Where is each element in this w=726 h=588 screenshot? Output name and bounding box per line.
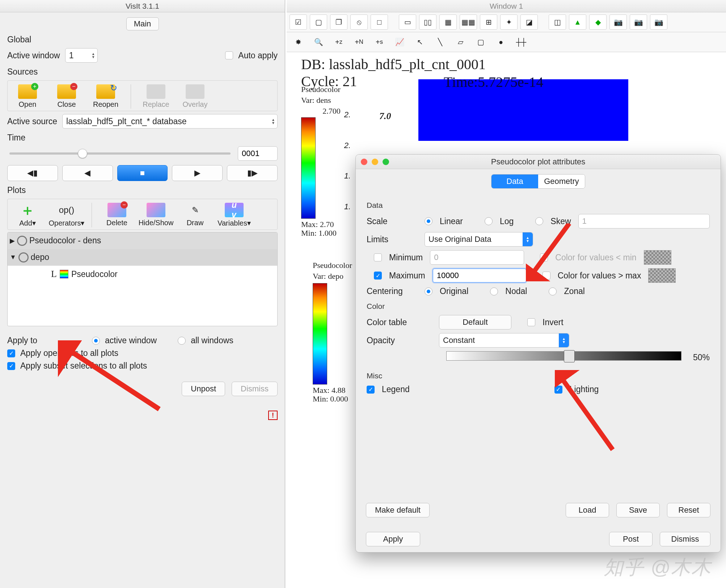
scale-skew-radio[interactable]: [535, 217, 543, 225]
tb-layout2x1-icon[interactable]: ▯▯: [419, 14, 436, 30]
color-lt-checkbox[interactable]: [540, 253, 548, 261]
legend-checkbox[interactable]: ✓: [367, 386, 375, 394]
transport-next[interactable]: ▶: [172, 165, 223, 181]
opacity-select[interactable]: Constant▲▼: [439, 333, 569, 348]
reopen-button[interactable]: ↻Reopen: [89, 84, 122, 109]
time-slider[interactable]: [9, 152, 231, 155]
tb-lineout-icon[interactable]: 📈: [391, 34, 408, 50]
tb-bbox-icon[interactable]: ◫: [549, 14, 566, 30]
expand-icon[interactable]: ▶: [10, 237, 15, 245]
variables-button[interactable]: uvVariables▾: [218, 203, 250, 227]
plot-row-depo[interactable]: ▼ depo: [8, 249, 277, 266]
tb-layout3x2-icon[interactable]: ▦▦: [460, 14, 477, 30]
apply-all-radio[interactable]: [178, 337, 186, 345]
tb-sphere-icon[interactable]: ●: [492, 34, 510, 50]
operators-button[interactable]: op()Operators▾: [50, 203, 83, 227]
tb-axis3d-icon[interactable]: ┼┼: [512, 34, 530, 50]
traffic-lights[interactable]: [361, 159, 389, 165]
apply-ops-check[interactable]: ✓: [7, 349, 15, 357]
scale-linear-radio[interactable]: [425, 217, 432, 225]
opacity-thumb[interactable]: [564, 350, 575, 362]
tb-add-s-icon[interactable]: +s: [371, 34, 388, 50]
tb-active-win-icon[interactable]: ☑: [290, 14, 307, 30]
dialog-tabs[interactable]: Data Geometry: [491, 174, 585, 189]
unpost-button[interactable]: Unpost: [182, 382, 225, 396]
plots-list[interactable]: ▶ Pseudocolor - dens ▼ depo L Pseudocolo…: [7, 232, 278, 326]
tb-nav-icon[interactable]: ✸: [290, 34, 307, 50]
reset-button[interactable]: Reset: [667, 503, 710, 517]
close-button[interactable]: −Close: [50, 84, 83, 109]
apply-button[interactable]: Apply: [366, 532, 420, 546]
minimum-input[interactable]: [430, 250, 524, 265]
tb-spin-icon[interactable]: ✦: [500, 14, 518, 30]
dialog-dismiss-button[interactable]: Dismiss: [660, 532, 710, 546]
transport-prev[interactable]: ◀: [62, 165, 113, 181]
save-button[interactable]: Save: [616, 503, 660, 517]
tb-pick-icon[interactable]: ↖: [411, 34, 429, 50]
minimum-checkbox[interactable]: [374, 253, 382, 261]
tab-geometry[interactable]: Geometry: [538, 175, 585, 188]
tb-delete-icon[interactable]: ⦸: [350, 14, 368, 30]
color-gt-swatch[interactable]: [648, 268, 676, 283]
scale-log-radio[interactable]: [485, 217, 493, 225]
active-source-combo[interactable]: lasslab_hdf5_plt_cnt_* database ▲▼: [62, 114, 278, 129]
tb-camera3-icon[interactable]: 📷: [650, 14, 667, 30]
color-table-button[interactable]: Default: [439, 315, 511, 329]
tb-hzoom-icon[interactable]: +z: [330, 34, 347, 50]
apply-active-radio[interactable]: [92, 337, 100, 345]
tab-data[interactable]: Data: [491, 175, 538, 188]
transport-first[interactable]: ◀▮: [7, 165, 58, 181]
auto-apply-checkbox[interactable]: [225, 51, 233, 59]
hideshow-button[interactable]: Hide/Show: [140, 203, 172, 227]
tb-layout3x3-icon[interactable]: ⊞: [480, 14, 497, 30]
open-button[interactable]: +Open: [11, 84, 44, 109]
draw-button[interactable]: ✎Draw: [179, 203, 211, 227]
transport-last[interactable]: ▮▶: [227, 165, 278, 181]
add-plot-button[interactable]: ＋Add▾: [11, 203, 44, 227]
maximum-input[interactable]: [432, 268, 527, 283]
tb-clone-icon[interactable]: ❐: [330, 14, 347, 30]
time-slider-thumb[interactable]: [78, 149, 87, 158]
transport-stop[interactable]: ■: [117, 165, 168, 181]
centering-original-radio[interactable]: [425, 287, 432, 295]
tb-clear-icon[interactable]: □: [371, 14, 388, 30]
skew-input[interactable]: [578, 214, 710, 228]
centering-nodal-radio[interactable]: [490, 287, 498, 295]
lighting-checkbox[interactable]: ✓: [554, 386, 562, 394]
tb-green2-icon[interactable]: ◆: [589, 14, 607, 30]
time-input[interactable]: [238, 146, 278, 161]
close-icon[interactable]: [361, 159, 367, 165]
tb-camera2-icon[interactable]: 📷: [630, 14, 647, 30]
tb-line-icon[interactable]: ╲: [431, 34, 449, 50]
opacity-slider[interactable]: [446, 351, 681, 361]
tb-zoom-icon[interactable]: 🔍: [310, 34, 327, 50]
tb-green1-icon[interactable]: ▲: [569, 14, 586, 30]
color-lt-swatch[interactable]: [644, 250, 671, 265]
maximum-checkbox[interactable]: ✓: [374, 272, 382, 280]
collapse-icon[interactable]: ▼: [10, 253, 16, 261]
tb-invert-icon[interactable]: ◪: [520, 14, 538, 30]
invert-checkbox[interactable]: [527, 318, 535, 326]
tb-new-win-icon[interactable]: ▢: [310, 14, 327, 30]
plot-row-dens[interactable]: ▶ Pseudocolor - dens: [8, 232, 277, 249]
main-tab[interactable]: Main: [126, 17, 159, 30]
tb-camera1-icon[interactable]: 📷: [609, 14, 627, 30]
active-window-combo[interactable]: 1 ▲▼: [65, 48, 98, 63]
zoom-icon[interactable]: [383, 159, 389, 165]
tb-layout1x2-icon[interactable]: ▭: [399, 14, 416, 30]
centering-zonal-radio[interactable]: [549, 287, 557, 295]
delete-plot-button[interactable]: −Delete: [101, 203, 133, 227]
tb-box-icon[interactable]: ▢: [472, 34, 489, 50]
tb-add-n-icon[interactable]: +N: [350, 34, 368, 50]
post-button[interactable]: Post: [609, 532, 653, 546]
make-default-button[interactable]: Make default: [366, 503, 430, 517]
plot-subrow-pseudocolor[interactable]: L Pseudocolor: [8, 266, 277, 282]
tb-layout2x2-icon[interactable]: ▦: [439, 14, 457, 30]
apply-subset-check[interactable]: ✓: [7, 362, 15, 370]
color-gt-checkbox[interactable]: [543, 272, 550, 280]
load-button[interactable]: Load: [566, 503, 609, 517]
dialog-titlebar[interactable]: Pseudocolor plot attributes: [356, 155, 721, 169]
tb-plane-icon[interactable]: ▱: [452, 34, 469, 50]
limits-select[interactable]: Use Original Data▲▼: [425, 232, 533, 247]
minimize-icon[interactable]: [372, 159, 378, 165]
